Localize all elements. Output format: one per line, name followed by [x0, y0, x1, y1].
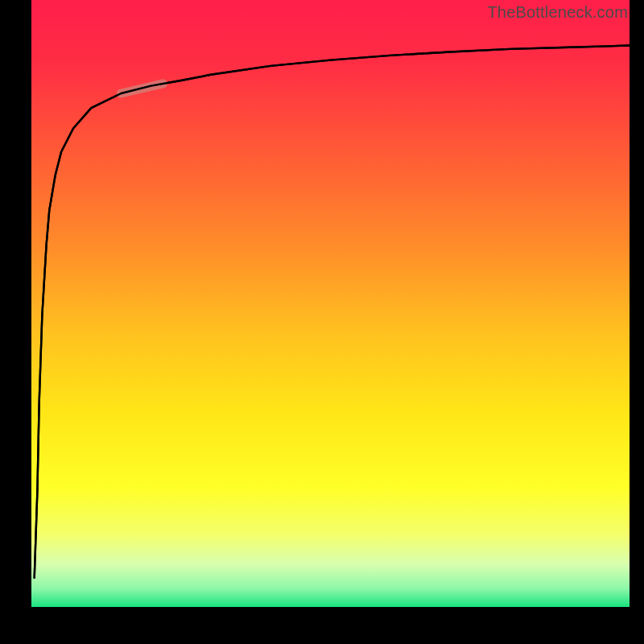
frame-left [0, 0, 31, 644]
frame-right [630, 0, 644, 644]
curve-path [35, 46, 630, 578]
frame-bottom [0, 607, 644, 644]
watermark-text: TheBottleneck.com [487, 3, 628, 22]
bottleneck-curve [31, 0, 630, 607]
plot-area [31, 0, 630, 607]
stage: TheBottleneck.com [0, 0, 644, 644]
curve-path-overlay [35, 46, 630, 578]
